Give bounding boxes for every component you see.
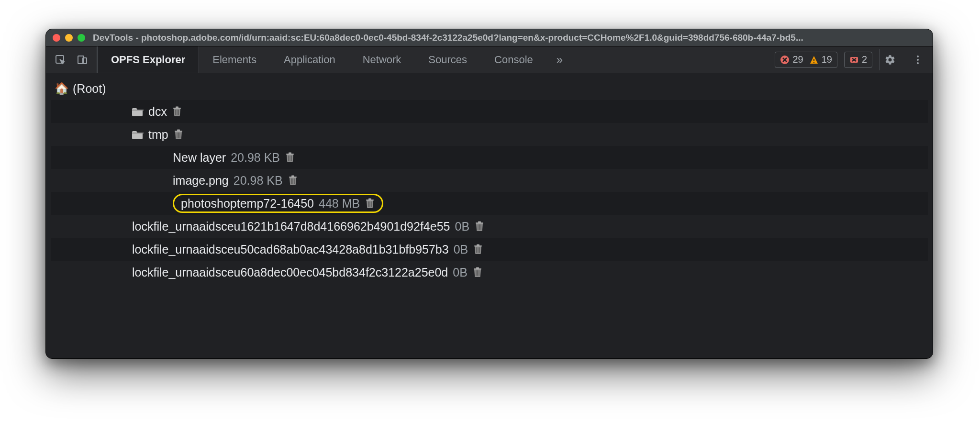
error-count: 29: [780, 54, 803, 65]
file-size: 448 MB: [319, 197, 360, 211]
warning-count: 19: [809, 54, 832, 65]
tab-sources[interactable]: Sources: [415, 46, 481, 73]
svg-point-8: [917, 59, 919, 61]
folder-icon: [132, 106, 144, 117]
trash-icon[interactable]: [365, 198, 375, 209]
tab-label: Application: [284, 54, 335, 66]
tab-bar: OPFS Explorer Elements Application Netwo…: [97, 46, 572, 73]
root-label: (Root): [73, 82, 106, 96]
tree-file[interactable]: lockfile_urnaaidsceu1621b1647d8d4166962b…: [51, 215, 928, 238]
tab-opfs-explorer[interactable]: OPFS Explorer: [97, 46, 199, 73]
tab-label: Elements: [212, 54, 256, 66]
folder-name: tmp: [148, 128, 168, 142]
window-minimize-button[interactable]: [65, 34, 73, 42]
tab-label: Network: [363, 54, 401, 66]
file-size: 0B: [453, 266, 468, 279]
trash-icon[interactable]: [285, 152, 295, 163]
settings-button[interactable]: [879, 49, 900, 70]
trash-icon[interactable]: [472, 267, 483, 278]
tree-file[interactable]: lockfile_urnaaidsceu50cad68ab0ac43428a8d…: [51, 238, 928, 261]
toolbar: OPFS Explorer Elements Application Netwo…: [46, 46, 933, 73]
opfs-tree-panel: 🏠 (Root) dcxtmpNew layer20.98 KBimage.pn…: [46, 73, 933, 358]
folder-name: dcx: [148, 105, 167, 119]
window-close-button[interactable]: [53, 34, 60, 42]
svg-rect-4: [813, 59, 814, 61]
error-count-value: 29: [792, 54, 803, 65]
file-name: New layer: [173, 151, 226, 165]
svg-rect-5: [813, 62, 814, 63]
highlighted-file: photoshoptemp72-16450448 MB: [173, 194, 383, 213]
trash-icon[interactable]: [173, 129, 184, 140]
tab-elements[interactable]: Elements: [199, 46, 270, 73]
file-name: lockfile_urnaaidsceu1621b1647d8d4166962b…: [132, 220, 450, 234]
file-name: lockfile_urnaaidsceu60a8dec00ec045bd834f…: [132, 266, 448, 279]
window-title: DevTools - photoshop.adobe.com/id/urn:aa…: [93, 33, 926, 43]
house-icon: 🏠: [55, 82, 69, 95]
tab-network[interactable]: Network: [349, 46, 415, 73]
tab-label: Sources: [428, 54, 467, 66]
tree-file[interactable]: New layer20.98 KB: [51, 146, 928, 169]
file-size: 20.98 KB: [234, 174, 283, 188]
file-size: 20.98 KB: [231, 151, 280, 165]
toolbar-left: [46, 46, 97, 73]
titlebar: DevTools - photoshop.adobe.com/id/urn:aa…: [46, 29, 933, 46]
warning-count-value: 19: [822, 54, 832, 65]
tabs-overflow-button[interactable]: »: [547, 46, 572, 73]
tab-label: OPFS Explorer: [111, 54, 185, 66]
tree-file[interactable]: lockfile_urnaaidsceu60a8dec00ec045bd834f…: [51, 261, 928, 284]
tab-console[interactable]: Console: [481, 46, 547, 73]
file-size: 0B: [454, 243, 468, 256]
trash-icon[interactable]: [474, 221, 485, 232]
tree-file[interactable]: photoshoptemp72-16450448 MB: [51, 192, 928, 215]
devtools-window: DevTools - photoshop.adobe.com/id/urn:aa…: [45, 29, 933, 359]
device-toolbar-icon[interactable]: [76, 53, 89, 67]
folder-icon: [132, 129, 144, 140]
tab-label: Console: [494, 54, 533, 66]
tree-root[interactable]: 🏠 (Root): [51, 77, 928, 100]
issues-count: 2: [849, 54, 867, 65]
trash-icon[interactable]: [172, 106, 182, 117]
window-maximize-button[interactable]: [78, 34, 85, 42]
more-menu-button[interactable]: [907, 49, 928, 70]
svg-point-7: [917, 56, 919, 57]
trash-icon[interactable]: [288, 175, 298, 186]
tree-folder[interactable]: dcx: [51, 100, 928, 123]
inspect-element-icon[interactable]: [54, 53, 67, 67]
trash-icon[interactable]: [473, 244, 483, 255]
file-size: 0B: [455, 220, 470, 234]
svg-point-9: [917, 62, 919, 64]
toolbar-right: 29 19 2: [775, 46, 933, 73]
tab-application[interactable]: Application: [270, 46, 349, 73]
traffic-lights: [53, 34, 85, 42]
issues-count-value: 2: [862, 54, 867, 65]
console-counters[interactable]: 29 19: [775, 52, 837, 68]
tree-folder[interactable]: tmp: [51, 123, 928, 146]
issues-counter[interactable]: 2: [844, 52, 872, 68]
file-name: lockfile_urnaaidsceu50cad68ab0ac43428a8d…: [132, 243, 449, 256]
tree-file[interactable]: image.png20.98 KB: [51, 169, 928, 192]
file-name: image.png: [173, 174, 229, 188]
file-name: photoshoptemp72-16450: [181, 197, 314, 211]
